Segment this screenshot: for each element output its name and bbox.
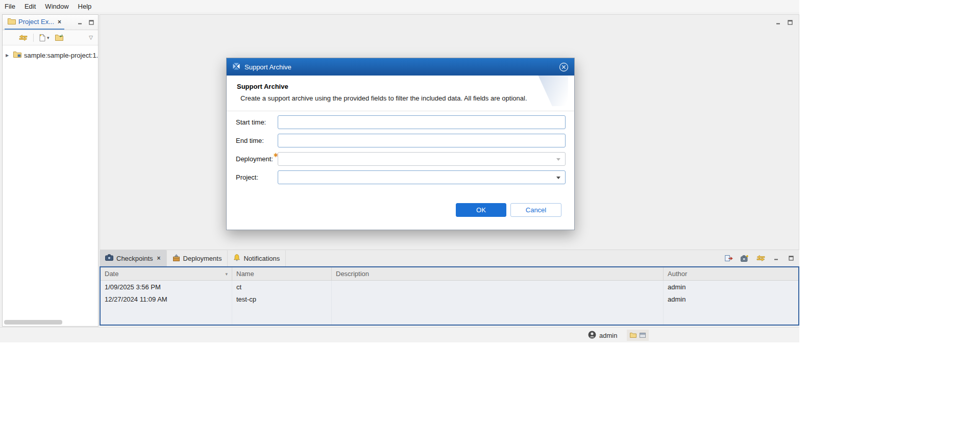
link-with-editor-icon[interactable] <box>756 255 765 261</box>
tab-project-explorer[interactable]: Project Ex... × <box>5 15 64 30</box>
chevron-down-icon <box>556 177 560 179</box>
sort-descending-icon: ▾ <box>225 271 228 277</box>
tree-item-sample-project[interactable]: ▶ sample:sample-project:1.0 <box>6 50 98 60</box>
dialog-titlebar[interactable]: Support Archive <box>227 58 574 76</box>
empty-cell <box>232 305 332 325</box>
cell-date: 1/09/2025 3:56 PM <box>101 281 232 293</box>
tab-label: Deployments <box>183 255 222 262</box>
tab-notifications[interactable]: Notifications <box>228 250 286 266</box>
table-empty-area <box>101 305 798 325</box>
chevron-down-icon <box>556 158 560 161</box>
project-label: Project: <box>236 173 278 181</box>
cell-description <box>332 293 664 305</box>
user-icon <box>588 331 596 340</box>
view-menu-icon[interactable]: ▽ <box>89 35 93 40</box>
column-header-description[interactable]: Description <box>332 267 664 280</box>
column-label: Description <box>336 270 369 278</box>
project-explorer-toolbar: ▾ ▽ <box>3 30 98 45</box>
menu-help[interactable]: Help <box>74 1 96 12</box>
minimize-icon[interactable] <box>775 19 782 26</box>
end-time-label: End time: <box>236 137 278 144</box>
new-artifact-icon[interactable]: ▾ <box>39 34 50 41</box>
menu-file[interactable]: File <box>0 1 20 12</box>
column-header-name[interactable]: Name <box>232 267 332 280</box>
dialog-close-icon[interactable] <box>559 62 569 72</box>
menu-edit[interactable]: Edit <box>20 1 40 12</box>
logged-in-user[interactable]: admin <box>588 328 617 343</box>
column-header-date[interactable]: Date ▾ <box>101 267 232 280</box>
export-checkpoint-icon[interactable] <box>725 255 733 262</box>
table-row[interactable]: 1/09/2025 3:56 PM ct admin <box>101 281 798 293</box>
create-checkpoint-icon[interactable] <box>741 255 749 262</box>
empty-cell <box>664 305 798 325</box>
project-explorer-tab-bar: Project Ex... × <box>3 15 98 30</box>
project-row: Project: <box>236 170 574 184</box>
column-label: Date <box>105 270 118 278</box>
dialog-form: Start time: End time: Deployment: ∗ Proj… <box>227 111 574 184</box>
deployment-combo[interactable] <box>278 152 566 166</box>
status-bar: admin <box>0 327 799 342</box>
ok-button[interactable]: OK <box>456 203 506 217</box>
toolbar-separator <box>33 34 34 42</box>
close-icon[interactable]: × <box>58 18 61 26</box>
cell-date: 12/27/2024 11:09 AM <box>101 293 232 305</box>
start-time-row: Start time: <box>236 115 574 129</box>
cell-name: ct <box>232 281 332 293</box>
tab-deployments[interactable]: Deployments <box>167 250 228 266</box>
bottom-panel-toolbar <box>725 250 799 266</box>
checkpoints-icon <box>105 254 113 262</box>
label-text: Deployment: <box>236 155 273 163</box>
deployment-label: Deployment: ∗ <box>236 155 278 163</box>
empty-cell <box>332 305 664 325</box>
close-icon[interactable]: × <box>157 255 161 262</box>
workspace-perspective-icon[interactable] <box>630 332 636 339</box>
dialog-icon <box>232 62 240 72</box>
table-header: Date ▾ Name Description Author <box>101 267 798 281</box>
deployment-row: Deployment: ∗ <box>236 152 574 166</box>
project-folder-icon <box>13 51 21 59</box>
bottom-tab-bar: Checkpoints × Deployments Notifications <box>100 250 799 266</box>
menu-window[interactable]: Window <box>40 1 73 12</box>
start-time-input[interactable] <box>278 115 566 129</box>
minimize-icon[interactable] <box>773 255 780 262</box>
horizontal-scrollbar[interactable] <box>4 320 62 325</box>
expand-arrow-icon[interactable]: ▶ <box>6 53 11 58</box>
editor-window-controls <box>775 19 794 26</box>
empty-cell <box>101 305 232 325</box>
cell-author: admin <box>664 281 798 293</box>
table-row[interactable]: 12/27/2024 11:09 AM test-cp admin <box>101 293 798 305</box>
column-label: Author <box>668 270 687 278</box>
maximize-icon[interactable] <box>787 19 794 26</box>
tab-label: Checkpoints <box>116 255 153 262</box>
username: admin <box>599 332 617 339</box>
cell-author: admin <box>664 293 798 305</box>
tab-label: Notifications <box>243 255 280 262</box>
import-icon[interactable] <box>55 34 63 41</box>
tree-item-label: sample:sample-project:1.0 <box>24 52 98 59</box>
perspective-toolbar <box>627 330 649 341</box>
panel-window-controls <box>77 19 96 26</box>
tab-label: Project Ex... <box>18 18 54 26</box>
minimize-icon[interactable] <box>77 19 84 26</box>
chevron-down-icon[interactable]: ▾ <box>47 35 50 40</box>
link-with-editor-icon[interactable] <box>19 35 28 41</box>
column-header-author[interactable]: Author <box>664 267 798 280</box>
project-combo[interactable] <box>278 170 566 184</box>
menubar: File Edit Window Help <box>0 0 799 12</box>
dialog-header-title: Support Archive <box>237 83 564 90</box>
maximize-icon[interactable] <box>88 19 95 26</box>
dialog-header-description: Create a support archive using the provi… <box>240 94 564 102</box>
start-time-label: Start time: <box>236 118 278 126</box>
end-time-input[interactable] <box>278 134 566 147</box>
deployments-icon <box>173 254 180 263</box>
cell-description <box>332 281 664 293</box>
dialog-title: Support Archive <box>244 63 291 71</box>
tab-checkpoints[interactable]: Checkpoints × <box>100 250 167 266</box>
checkpoints-table: Date ▾ Name Description Author 1/09/2025… <box>100 266 799 326</box>
maximize-icon[interactable] <box>788 255 795 262</box>
cancel-button[interactable]: Cancel <box>510 203 561 217</box>
notifications-icon <box>233 254 240 263</box>
project-explorer-panel: Project Ex... × ▾ <box>2 14 99 327</box>
project-explorer-icon <box>8 18 16 26</box>
default-perspective-icon[interactable] <box>640 332 646 339</box>
